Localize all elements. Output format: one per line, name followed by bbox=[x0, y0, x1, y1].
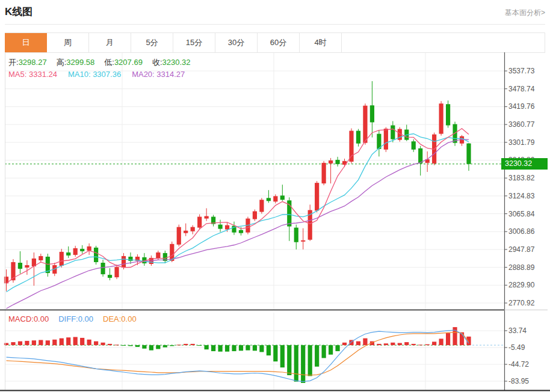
candle-body bbox=[25, 265, 29, 268]
ma-row-item: MA5: 3331.24 bbox=[8, 70, 57, 79]
macd-histogram-bar bbox=[80, 338, 84, 345]
macd-histogram-bar bbox=[446, 333, 450, 345]
macd-histogram-bar bbox=[432, 341, 436, 345]
macd-histogram-bar bbox=[418, 345, 422, 345]
ohlc-value: 3207.69 bbox=[114, 58, 143, 67]
macd-histogram-bar bbox=[177, 345, 181, 345]
macd-histogram-bar bbox=[170, 345, 174, 346]
candle-body bbox=[466, 144, 471, 164]
price-axis-label: 2770.92 bbox=[508, 299, 534, 307]
macd-histogram-bar bbox=[377, 344, 381, 345]
macd-histogram-bar bbox=[108, 344, 112, 345]
macd-histogram-bar bbox=[218, 345, 222, 352]
ma20-line bbox=[7, 139, 469, 308]
macd-histogram-bar bbox=[100, 343, 105, 345]
macd-histogram-bar bbox=[142, 345, 146, 349]
candle-body bbox=[384, 129, 388, 150]
candle-body bbox=[322, 163, 326, 183]
macd-histogram-bar bbox=[335, 345, 339, 351]
candle-body bbox=[218, 225, 222, 229]
macd-histogram-bar bbox=[294, 345, 298, 382]
macd-histogram-bar bbox=[163, 345, 167, 348]
price-axis-label: 3124.83 bbox=[508, 192, 534, 200]
candle-body bbox=[87, 247, 91, 251]
candle-body bbox=[94, 248, 98, 262]
ohlc-value: 3298.27 bbox=[19, 58, 47, 67]
macd-histogram-bar bbox=[425, 345, 430, 345]
macd-row-item: MACD:0.00 bbox=[8, 314, 49, 323]
price-axis-label: 3419.76 bbox=[508, 102, 534, 111]
macd-histogram-bar bbox=[94, 341, 98, 345]
macd-histogram-bar bbox=[273, 345, 277, 361]
candle-body bbox=[329, 161, 333, 164]
macd-histogram-bar bbox=[232, 345, 236, 351]
candle-body bbox=[356, 131, 360, 144]
macd-row-item: DIFF:0.00 bbox=[58, 314, 93, 323]
candle-body bbox=[418, 149, 422, 164]
macd-histogram-bar bbox=[329, 345, 333, 355]
macd-histogram-bar bbox=[363, 338, 367, 345]
candle-body bbox=[114, 267, 119, 277]
candle-body bbox=[66, 253, 70, 256]
candle-body bbox=[156, 253, 160, 259]
candle-body bbox=[205, 216, 209, 218]
candle-body bbox=[177, 227, 181, 245]
macd-histogram-bar bbox=[246, 345, 250, 351]
macd-histogram-bar bbox=[87, 340, 91, 345]
macd-row-item: DEA:0.00 bbox=[103, 314, 137, 323]
ma-row-item: MA20: 3314.27 bbox=[132, 70, 185, 79]
ohlc-label: 低: bbox=[104, 58, 114, 67]
candle-body bbox=[280, 195, 285, 200]
price-axis-label: 3006.86 bbox=[508, 227, 534, 236]
candle-body bbox=[184, 231, 188, 233]
macd-histogram-bar bbox=[259, 345, 264, 352]
candle-body bbox=[18, 263, 22, 269]
macd-histogram-bar bbox=[308, 345, 312, 376]
macd-histogram-bar bbox=[114, 345, 119, 345]
ma-row-item: MA10: 3307.36 bbox=[68, 70, 121, 79]
macd-histogram-bar bbox=[135, 345, 140, 347]
price-axis-label: 3537.73 bbox=[508, 67, 534, 75]
kline-widget: K线图 基本面分析> 日周月5分15分30分60分4时 开:3298.27高:3… bbox=[0, 0, 550, 392]
candle-body bbox=[301, 240, 305, 242]
macd-histogram-bar bbox=[184, 344, 188, 345]
macd-histogram-bar bbox=[253, 345, 257, 351]
candle-body bbox=[349, 131, 353, 162]
macd-readout: MACD:0.00DIFF:0.00DEA:0.00 bbox=[8, 314, 146, 323]
candle-body bbox=[60, 252, 64, 266]
candle-body bbox=[253, 211, 257, 219]
price-axis-label: 3478.74 bbox=[508, 85, 534, 93]
macd-histogram-bar bbox=[60, 338, 64, 345]
macd-axis-label: -5.49 bbox=[508, 343, 525, 352]
macd-histogram-bar bbox=[18, 341, 22, 345]
candle-body bbox=[315, 183, 319, 210]
price-axis-label: 2829.90 bbox=[508, 281, 534, 289]
macd-histogram-bar bbox=[197, 345, 202, 346]
candle-body bbox=[294, 228, 298, 242]
candle-body bbox=[108, 275, 112, 278]
price-axis-label: 3065.84 bbox=[508, 210, 534, 218]
candle-body bbox=[391, 125, 395, 139]
macd-histogram-bar bbox=[322, 345, 326, 358]
macd-histogram-bar bbox=[315, 345, 319, 367]
macd-histogram-bar bbox=[122, 345, 126, 346]
macd-histogram-bar bbox=[384, 343, 388, 345]
macd-histogram-bar bbox=[404, 342, 409, 345]
candle-body bbox=[80, 249, 84, 251]
candle-body bbox=[191, 227, 195, 231]
candle-body bbox=[412, 141, 416, 150]
ohlc-label: 高: bbox=[57, 58, 67, 67]
price-axis-label: 2888.89 bbox=[508, 263, 534, 272]
candle-body bbox=[335, 160, 339, 164]
current-price-tag: 3230.32 bbox=[501, 158, 548, 170]
candle-body bbox=[439, 103, 443, 133]
price-axis-label: 3183.82 bbox=[508, 174, 534, 182]
macd-histogram-bar bbox=[398, 343, 402, 346]
ohlc-value: 3299.58 bbox=[66, 58, 94, 67]
price-axis-label: 2947.87 bbox=[508, 245, 534, 254]
macd-histogram-bar bbox=[239, 345, 243, 351]
macd-histogram-bar bbox=[211, 345, 215, 351]
ohlc-readout: 开:3298.27高:3299.58低:3207.69收:3230.32 bbox=[8, 57, 200, 68]
macd-histogram-bar bbox=[156, 345, 160, 349]
macd-histogram-bar bbox=[11, 342, 15, 345]
